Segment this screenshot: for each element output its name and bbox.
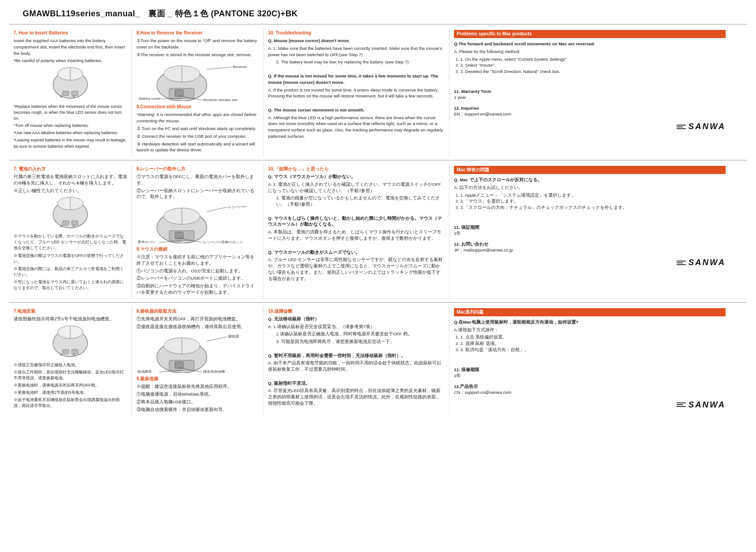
zh-troubleshoot-col: 10.故障诊断 Q. 无法移动鼠标（指针） A. 1.请确认鼠标是否完全设置妥当… [263, 306, 449, 416]
en-warranty-title: 11. Warranty Term [454, 88, 726, 94]
ja-battery-mouse-illustration: ⊕ ⊖ [45, 195, 95, 232]
svg-rect-39 [63, 349, 69, 354]
ja-mac-body: Q. Mac で上下のスクロールが反対になる。 A. 以下の方法をお試しください… [454, 177, 726, 211]
zh-battery-body: 请按照极性指示符将2节5号干电池放到电池槽里。 [14, 316, 127, 322]
en-inquiries-value: EN：support-en@sanwa.com [454, 111, 726, 117]
battery-mouse-illustration: ⊕ ⊖ [45, 66, 95, 102]
svg-text:レシーバー収納スロット: レシーバー収納スロット [203, 240, 243, 243]
receiver-diagram: Receiver Battery cover Receiver storage … [137, 60, 259, 101]
zh-receiver-svg: 接收器 电池槽盖 接收器收纳槽 [137, 332, 254, 373]
zh-battery-col: 7.电池安装 请按照极性指示符将2节5号干电池放到电池槽里。 ⊕ ⊖ ※请按正负… [9, 306, 132, 416]
svg-rect-11 [175, 90, 183, 97]
zh-receiver-body: ①先将电源开关关闭OFF，再打开背面的电池槽盖。 ②接收器直接在接收器收纳槽内，… [137, 316, 259, 330]
english-row: 7. How to Insert Batteries Insert the su… [9, 24, 747, 160]
svg-text:Receiver storage slot: Receiver storage slot [203, 98, 238, 101]
en-inquiries-title: 12. Inquiries [454, 105, 726, 111]
ja-battery-col: 7. 電池の入れ方 付属の単三乾電池を電池収納スロットに入れます。電池の⊖極を先… [9, 164, 132, 299]
ja-receiver-title: 8.レシーバーの取外し方 [137, 166, 259, 172]
svg-text:⊕: ⊕ [60, 353, 63, 356]
ja-receiver-svg: レシーバー 電池カバー レシーバー収納スロット [137, 203, 254, 243]
ja-troubleshoot-col: 10.「故障かな…」と思ったら Q. マウス（マウスカーソル）が動かない。 A.… [263, 164, 449, 299]
en-troubleshoot-col: 10. Troubleshooting Q. Mouse (mouse curs… [263, 28, 449, 156]
svg-text:電池カバー: 電池カバー [137, 240, 156, 243]
en-connection-body: *Warning: It is recommended that other a… [137, 111, 259, 153]
chinese-row: 7.电池安装 请按照极性指示符将2节5号干电池放到电池槽里。 ⊕ ⊖ ※请按正负… [9, 302, 747, 420]
zh-inquiries-value: CN：support-cn@sanwa.com [454, 389, 726, 396]
svg-text:⊖: ⊖ [73, 353, 75, 356]
en-troubleshoot-title: 10. Troubleshooting [268, 30, 444, 36]
ja-sanwa-logo: SANWA [454, 257, 726, 268]
zh-sanwa-brand-text: SANWA [688, 399, 726, 411]
en-battery-notes: *Replace batteries when the movement of … [14, 104, 127, 149]
ja-battery-title: 7. 電池の入れ方 [14, 166, 127, 172]
en-receiver-title: 8.How to Remove the Receiver [137, 30, 259, 36]
en-mac-col: Problems specific to Mac products Q.The … [449, 28, 730, 156]
en-battery-body: Insert the supplied AAA batteries into t… [14, 38, 127, 64]
ja-sanwa-lines-icon [677, 261, 686, 265]
zh-warranty-section: 11. 保修期限 1年 12.产品告示 CN：support-cn@sanwa.… [454, 367, 726, 396]
zh-receiver-title: 8.接收器的取取方法 [137, 308, 259, 315]
en-sanwa-logo: SANWA [454, 121, 726, 132]
svg-text:⊖: ⊖ [73, 224, 75, 228]
svg-text:レシーバー: レシーバー [228, 205, 246, 209]
zh-receiver-col: 8.接收器的取取方法 ①先将电源开关关闭OFF，再打开背面的电池槽盖。 ②接收器… [132, 306, 263, 416]
japanese-row: 7. 電池の入れ方 付属の単三乾電池を電池収納スロットに入れます。電池の⊖極を先… [9, 160, 747, 302]
en-mac-body: Q.The forward and backward scroll moveme… [454, 41, 726, 75]
en-battery-title: 7. How to Insert Batteries [14, 30, 127, 36]
svg-rect-47 [175, 362, 183, 368]
ja-warranty-section: 11. 保証期間 1年 12. お問い合わせ JP：mailsupport@sa… [454, 224, 726, 253]
en-receiver-col: 8.How to Remove the Receiver ①Turn the p… [132, 28, 263, 156]
zh-battery-title: 7.电池安装 [14, 308, 127, 315]
en-troubleshoot-body: Q. Mouse (mouse cursor) doesn't move. A.… [268, 38, 444, 139]
zh-troubleshoot-body: Q. 无法移动鼠标（指针） A. 1.请确认鼠标是否完全设置妥当。（请参考第7项… [268, 316, 444, 407]
ja-troubleshoot-title: 10.「故障かな…」と思ったら [268, 166, 444, 172]
svg-text:Battery cover: Battery cover [139, 97, 160, 101]
receiver-svg: Receiver Battery cover Receiver storage … [137, 60, 254, 101]
svg-rect-21 [63, 221, 69, 225]
svg-text:接收器收纳槽: 接收器收纳槽 [203, 370, 225, 373]
svg-line-12 [207, 67, 232, 69]
en-receiver-body: ①Turn the power on the mouse to "Off" an… [137, 38, 259, 58]
svg-text:Receiver: Receiver [233, 65, 247, 69]
page-wrapper: GMAWBL119series_manual_ 裏面 _ 特色１色 (PANTO… [0, 0, 756, 419]
svg-line-30 [207, 207, 227, 212]
page-title: GMAWBL119series_manual_ 裏面 _ 特色１色 (PANTO… [9, 0, 747, 24]
ja-battery-notes: ※マウスを動かしている際、カーソルの動きがスムーズでなくなったり、ブルー LED… [14, 233, 127, 291]
ja-warranty-value: 1年 [454, 230, 726, 237]
svg-rect-3 [63, 91, 69, 96]
ja-inquiries-value: JP：mailsupport@sanwa.co.jp [454, 247, 726, 253]
ja-sanwa-brand-text: SANWA [688, 257, 726, 268]
zh-connection-title: 9.鼠标连接 [137, 376, 259, 382]
zh-sanwa-logo: SANWA [454, 399, 726, 411]
svg-line-48 [207, 337, 227, 341]
zh-inquiries-title: 12.产品告示 [454, 383, 726, 389]
ja-problems-header: Mac 特有の問題 [454, 166, 726, 174]
ja-receiver-col: 8.レシーバーの取外し方 ①マウスの電源をOFFにし、裏面の電池カバーを取外しま… [132, 164, 263, 299]
zh-connection-body: ※提醒：建议您连接鼠标前先将其他应用程序。 ①电脑接通电源，启动Windows系… [137, 383, 259, 412]
zh-battery-notes: ※请按正负极指示符正确放入电池。 ※拔出工作期间，若出现指针无法顺畅移动、蓝光L… [14, 362, 127, 409]
zh-warranty-value: 1年 [454, 373, 726, 379]
ja-battery-body: 付属の単三乾電池を電池収納スロットに入れます。電池の⊖極を先に挿入し、それから⊕… [14, 174, 127, 194]
zh-warranty-title: 11. 保修期限 [454, 367, 726, 373]
svg-text:⊕: ⊕ [60, 95, 63, 98]
zh-mac-body: Q.在Mac电脑上使用鼠标时，滚轮朝相反方向滚动，如何设置? A.请按如下方式操… [454, 319, 726, 353]
svg-text:接收器: 接收器 [228, 334, 239, 339]
ja-connection-title: 9.マウスの接続 [137, 246, 259, 252]
zh-sanwa-lines-icon [677, 402, 686, 407]
ja-mac-col: Mac 特有の問題 Q. Mac で上下のスクロールが反対になる。 A. 以下の… [449, 164, 730, 299]
ja-inquiries-title: 12. お問い合わせ [454, 241, 726, 247]
svg-text:电池槽盖: 电池槽盖 [137, 370, 152, 373]
ja-connection-body: ※注意：マウスを接続する前に他のアプリケーション等を終了させておくことをお薦めし… [137, 254, 259, 295]
en-problems-header: Problems specific to Mac products [454, 30, 726, 38]
zh-problems-header: Mac系列问题 [454, 308, 726, 316]
ja-receiver-diagram: レシーバー 電池カバー レシーバー収納スロット [137, 203, 259, 243]
zh-troubleshoot-title: 10.故障诊断 [268, 308, 444, 315]
en-warranty-section: 11. Warranty Term 1 year 12. Inquiries E… [454, 88, 726, 117]
en-warranty-value: 1 year [454, 94, 726, 101]
sanwa-brand-text: SANWA [688, 121, 726, 132]
ja-troubleshoot-body: Q. マウス（マウスカーソル）が動かない。 A. 1. 電池が正しく挿入されてい… [268, 174, 444, 281]
sanwa-lines-icon [677, 125, 686, 129]
ja-receiver-body: ①マウスの電源をOFFにし、裏面の電池カバーを取外します。 ②レシーバー収納スロ… [137, 174, 259, 200]
en-connection-title: 9.Connection with Mouse [137, 104, 259, 110]
ja-warranty-title: 11. 保証期間 [454, 224, 726, 230]
